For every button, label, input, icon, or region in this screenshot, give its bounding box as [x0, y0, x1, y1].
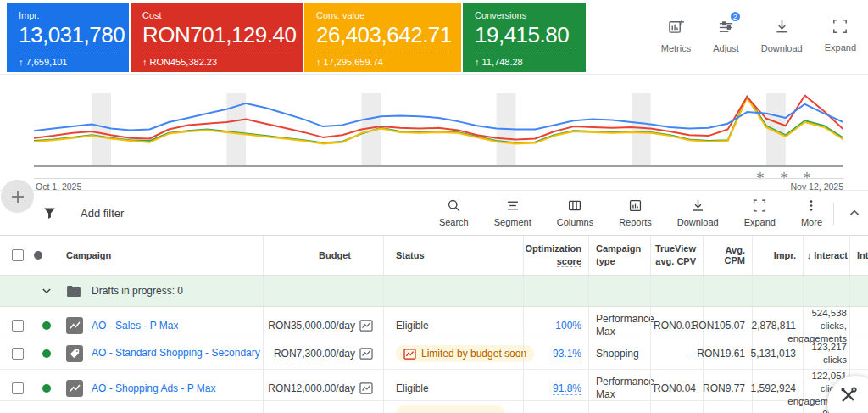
- scorecard-separator: [142, 53, 291, 53]
- budget-chart-icon: [359, 348, 373, 360]
- budget-cell[interactable]: RON7,300.00/day: [263, 338, 383, 369]
- more-button[interactable]: More: [801, 198, 822, 227]
- performance-trend-chart[interactable]: Oct 1, 2025 Nov 12, 2025: [0, 75, 868, 191]
- folder-icon: [66, 285, 81, 298]
- drafts-in-progress-row[interactable]: Drafts in progress: 0: [0, 276, 868, 307]
- trueview-cpv-cell: —: [650, 338, 703, 369]
- select-all-checkbox[interactable]: [12, 249, 24, 261]
- scorecard-conversions[interactable]: Conversions 19,415.80 ↑ 11,748.28: [463, 3, 586, 72]
- expand-label: Expand: [825, 42, 856, 53]
- col-interactions[interactable]: ↓ Interact: [803, 236, 849, 275]
- campaign-row[interactable]: AO - Standard Shopping - Secondary RON7,…: [0, 338, 868, 370]
- enabled-status-dot[interactable]: [42, 321, 51, 330]
- chart-plot-area: [34, 93, 843, 165]
- col-partial[interactable]: Int: [849, 236, 868, 275]
- adjust-button[interactable]: 2 Adjust: [713, 19, 739, 53]
- scorecard-value: 13,031,780: [19, 22, 117, 48]
- col-budget[interactable]: Budget: [263, 236, 383, 275]
- chart-annotation-markers: [0, 168, 868, 178]
- scorecard-label: Impr.: [19, 10, 117, 20]
- campaign-link[interactable]: AO - Standard Shopping - Secondary: [92, 347, 260, 360]
- avg-cpm-cell: RON19.61: [703, 338, 752, 369]
- adjust-badge: 2: [729, 10, 742, 23]
- reports-button[interactable]: Reports: [619, 198, 652, 227]
- campaign-link[interactable]: AO - Sales - P Max: [92, 320, 178, 332]
- campaign-row[interactable]: AO - Shopping Ads - P Max RON12,000.00/d…: [0, 370, 868, 401]
- campaign-row[interactable]: AO - Sales - P Max RON35,000.00/day Elig…: [0, 307, 868, 338]
- campaign-type-cell: Shopping: [588, 338, 650, 369]
- columns-button[interactable]: Columns: [557, 198, 593, 227]
- status-column-dot-icon: [34, 251, 42, 260]
- expand-label: Expand: [744, 217, 776, 227]
- columns-label: Columns: [557, 217, 593, 227]
- scorecard-value: 19,415.80: [475, 22, 574, 48]
- chart-note-marker-icon[interactable]: [756, 168, 765, 176]
- toolbar-divider: [833, 203, 834, 225]
- scorecard-conv-value[interactable]: Conv. value 26,403,642.71 ↑ 17,295,659.7…: [304, 3, 461, 72]
- segment-label: Segment: [494, 217, 531, 227]
- col-optimization-score[interactable]: Optimization score: [523, 236, 588, 275]
- scorecard-separator: [19, 53, 117, 53]
- partial-campaign-row: 96,79: [0, 401, 868, 413]
- col-campaign[interactable]: Campaign: [59, 236, 263, 275]
- chart-download-button[interactable]: Download: [761, 19, 803, 53]
- row-checkbox[interactable]: [12, 382, 24, 394]
- sort-descending-icon: ↓: [807, 250, 812, 260]
- partial-status-pill: [396, 405, 504, 413]
- expand-icon: [832, 19, 848, 37]
- campaigns-table: Campaign Budget Status Optimization scor…: [0, 236, 868, 413]
- metrics-button[interactable]: Metrics: [661, 19, 691, 53]
- campaign-link[interactable]: AO - Shopping Ads - P Max: [92, 382, 216, 395]
- col-trueview-cpv[interactable]: TrueView avg. CPV: [650, 236, 703, 275]
- reports-label: Reports: [619, 217, 652, 227]
- segment-icon: [505, 198, 520, 213]
- row-checkbox[interactable]: [12, 320, 24, 332]
- scorecard-impressions[interactable]: Impr. 13,031,780 ↑ 7,659,101: [7, 3, 129, 72]
- enabled-status-dot[interactable]: [42, 349, 51, 358]
- add-campaign-plus-button[interactable]: [1, 180, 34, 213]
- metrics-label: Metrics: [661, 43, 691, 53]
- optimization-score-link[interactable]: 91.8%: [553, 382, 581, 395]
- scorecard-label: Conversions: [475, 10, 574, 20]
- limited-budget-status-pill[interactable]: Limited by budget soon: [396, 345, 534, 362]
- download-label: Download: [677, 217, 719, 227]
- reports-icon: [628, 198, 643, 213]
- chart-note-marker-icon[interactable]: [780, 168, 788, 176]
- chart-expand-button[interactable]: Expand: [825, 19, 856, 53]
- enabled-status-dot[interactable]: [42, 384, 51, 393]
- campaign-name-cell: AO - Standard Shopping - Secondary: [59, 338, 263, 369]
- row-checkbox[interactable]: [12, 348, 24, 360]
- scorecard-delta: ↑ RON455,382.23: [142, 57, 291, 67]
- more-vertical-icon: [804, 198, 818, 213]
- search-icon: [447, 198, 461, 213]
- optimization-score-link[interactable]: 100%: [555, 320, 581, 332]
- search-button[interactable]: Search: [439, 198, 469, 227]
- scorecard-delta: ↑ 17,295,659.74: [316, 57, 449, 67]
- collapse-table-button[interactable]: [848, 206, 861, 223]
- drafts-label: Drafts in progress: 0: [92, 285, 183, 297]
- chart-x-axis-line: [34, 165, 843, 167]
- segment-button[interactable]: Segment: [494, 198, 531, 227]
- scorecards-row: Impr. 13,031,780 ↑ 7,659,101 Cost RON701…: [0, 0, 868, 75]
- col-avg-cpm[interactable]: Avg. CPM: [703, 236, 752, 275]
- add-filter-label: Add filter: [81, 207, 124, 220]
- chevron-up-icon: [848, 206, 861, 220]
- scorecard-cost[interactable]: Cost RON701,129.40 ↑ RON455,382.23: [131, 3, 303, 72]
- expand-icon: [753, 198, 766, 213]
- budget-chart-icon: [359, 382, 373, 394]
- col-campaign-type[interactable]: Campaign type: [588, 236, 650, 275]
- table-expand-button[interactable]: Expand: [744, 198, 776, 227]
- chevron-down-icon[interactable]: [41, 285, 53, 297]
- interactions-cell: 123,217 clicks: [803, 338, 849, 369]
- table-download-button[interactable]: Download: [677, 198, 719, 227]
- google-ads-campaigns-page: Impr. 13,031,780 ↑ 7,659,101 Cost RON701…: [0, 0, 868, 413]
- optimization-score-link[interactable]: 93.1%: [553, 348, 581, 360]
- col-impressions[interactable]: Impr.: [752, 236, 803, 275]
- warning-chart-icon: [403, 349, 416, 360]
- scorecard-delta: ↑ 7,659,101: [19, 57, 117, 67]
- performance-max-icon: [66, 317, 83, 334]
- chart-note-marker-icon[interactable]: [803, 168, 811, 176]
- adjust-label: Adjust: [713, 43, 739, 53]
- col-status[interactable]: Status: [383, 236, 523, 275]
- wrench-screwdriver-icon: [838, 385, 859, 405]
